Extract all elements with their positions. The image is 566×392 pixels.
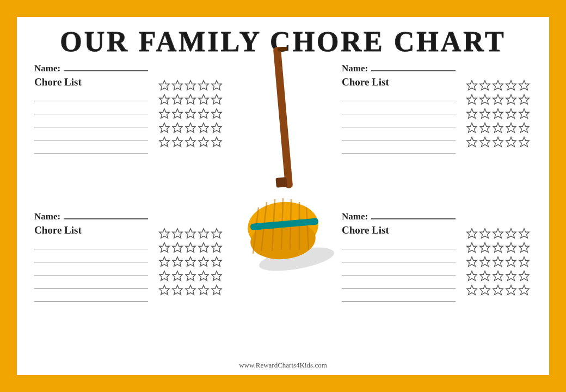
svg-marker-60 — [159, 256, 169, 266]
star-icon — [198, 122, 210, 134]
svg-marker-62 — [186, 256, 195, 266]
star-icon — [466, 94, 478, 106]
svg-marker-69 — [212, 271, 222, 280]
svg-rect-101 — [273, 47, 293, 188]
name-line-bottom-left — [64, 218, 148, 219]
stars-row — [466, 270, 530, 282]
svg-marker-17 — [186, 123, 195, 132]
name-line-bottom-right — [371, 218, 456, 219]
svg-rect-102 — [275, 177, 287, 188]
svg-marker-13 — [199, 109, 208, 118]
star-icon — [158, 270, 170, 282]
chore-line — [34, 266, 148, 275]
stars-row — [466, 284, 530, 296]
star-icon — [479, 94, 491, 106]
star-icon — [479, 256, 491, 268]
svg-marker-56 — [173, 242, 182, 252]
svg-marker-43 — [506, 123, 516, 132]
svg-marker-37 — [493, 109, 503, 118]
name-line-top-left — [64, 70, 148, 71]
svg-marker-48 — [506, 137, 516, 146]
top-right-quadrant: Name: Chore List — [337, 63, 460, 211]
svg-marker-50 — [159, 228, 169, 237]
star-icon — [184, 228, 196, 240]
svg-marker-84 — [519, 242, 529, 252]
star-icon — [492, 242, 504, 254]
svg-marker-70 — [159, 285, 169, 294]
star-icon — [479, 270, 491, 282]
name-row-top-left: Name: — [34, 63, 148, 74]
star-icon — [492, 228, 504, 240]
stars-row — [158, 242, 223, 254]
name-label-bottom-left: Name: — [34, 211, 60, 222]
star-icon — [492, 270, 504, 282]
star-icon — [518, 228, 530, 240]
svg-marker-92 — [493, 271, 503, 280]
svg-marker-58 — [199, 242, 208, 252]
svg-marker-34 — [519, 95, 529, 104]
star-icon — [171, 242, 183, 254]
star-icon — [198, 270, 210, 282]
star-icon — [518, 270, 530, 282]
chore-lines-bottom-right — [342, 240, 456, 359]
stars-row — [466, 136, 530, 148]
chore-line — [34, 144, 148, 154]
star-icon — [518, 94, 530, 106]
svg-marker-11 — [173, 109, 182, 118]
star-icon — [171, 108, 183, 120]
svg-marker-98 — [506, 285, 516, 294]
name-row-top-right: Name: — [342, 63, 456, 74]
star-icon — [466, 108, 478, 120]
svg-marker-0 — [159, 81, 169, 90]
svg-marker-23 — [199, 137, 208, 146]
stars-row — [158, 270, 223, 282]
star-icon — [171, 270, 183, 282]
chore-line — [342, 131, 456, 140]
svg-marker-61 — [173, 256, 182, 266]
star-icon — [184, 108, 196, 120]
svg-marker-74 — [212, 285, 222, 294]
chore-list-label-bottom-left: Chore List — [34, 224, 148, 236]
star-icon — [158, 79, 170, 91]
chore-list-label-bottom-right: Chore List — [342, 224, 456, 236]
svg-marker-36 — [480, 109, 490, 118]
svg-marker-18 — [199, 123, 208, 132]
star-icon — [518, 284, 530, 296]
svg-marker-1 — [173, 81, 182, 90]
svg-marker-15 — [159, 123, 169, 132]
star-icon — [479, 122, 491, 134]
star-icon — [492, 284, 504, 296]
star-icon — [184, 136, 196, 148]
stars-row — [466, 79, 530, 91]
svg-marker-30 — [467, 95, 477, 104]
star-icon — [505, 270, 517, 282]
chore-line — [34, 279, 148, 289]
chore-line — [342, 105, 456, 114]
star-icon — [198, 256, 210, 268]
svg-marker-45 — [467, 137, 477, 146]
chore-line — [34, 253, 148, 262]
svg-marker-41 — [480, 123, 490, 132]
svg-marker-38 — [506, 109, 516, 118]
svg-marker-99 — [519, 285, 529, 294]
stars-row — [158, 94, 223, 106]
star-icon — [211, 256, 223, 268]
svg-rect-113 — [278, 47, 288, 52]
star-icon — [184, 122, 196, 134]
chore-lines-top-left — [34, 91, 148, 211]
star-icon — [479, 228, 491, 240]
star-icon — [466, 79, 478, 91]
star-icon — [492, 122, 504, 134]
stars-row — [158, 79, 223, 91]
star-icon — [492, 136, 504, 148]
star-icon — [198, 228, 210, 240]
star-icon — [158, 108, 170, 120]
star-icon — [198, 136, 210, 148]
svg-marker-97 — [493, 285, 503, 294]
star-icon — [518, 122, 530, 134]
star-icon — [158, 256, 170, 268]
svg-marker-88 — [506, 256, 516, 266]
star-icon — [492, 256, 504, 268]
svg-marker-54 — [212, 228, 222, 237]
svg-marker-10 — [159, 109, 169, 118]
